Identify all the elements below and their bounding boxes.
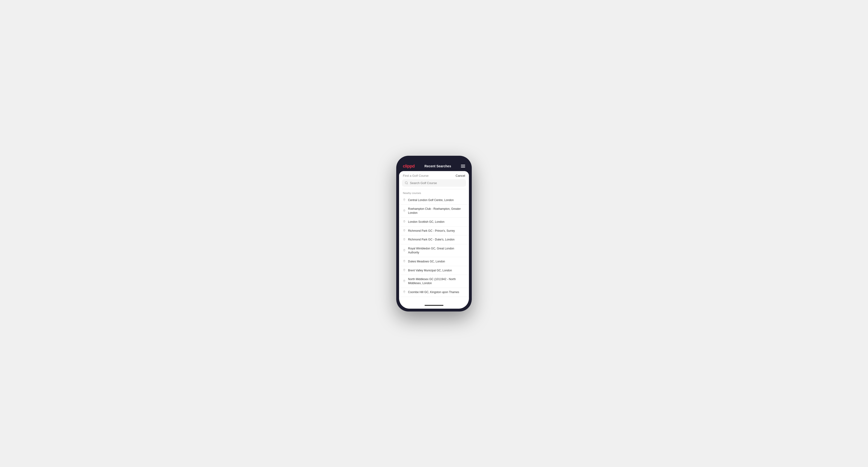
course-list-item[interactable]: Richmond Park GC - Duke's, London — [399, 235, 469, 244]
location-pin-icon — [403, 220, 406, 223]
svg-point-3 — [404, 210, 405, 211]
search-icon — [405, 181, 408, 185]
course-list-item[interactable]: Brent Valley Municipal GC, London — [399, 266, 469, 275]
course-list-item[interactable]: London Scottish GC, London — [399, 218, 469, 226]
find-label: Find a Golf Course — [403, 174, 429, 178]
location-pin-icon — [403, 209, 406, 213]
menu-icon[interactable] — [461, 165, 465, 167]
course-list-item[interactable]: Royal Wimbledon GC, Great London Authori… — [399, 244, 469, 257]
location-pin-icon — [403, 238, 406, 241]
app-header: clippd Recent Searches — [399, 162, 469, 171]
svg-line-1 — [407, 184, 408, 184]
course-name: Richmond Park GC - Duke's, London — [408, 238, 455, 242]
nearby-section-label: Nearby courses — [399, 189, 469, 196]
svg-point-5 — [404, 230, 405, 230]
course-list-item[interactable]: Dukes Meadows GC, London — [399, 257, 469, 266]
svg-point-8 — [404, 261, 405, 261]
svg-point-4 — [404, 221, 405, 222]
course-name: Roehampton Club - Roehampton, Greater Lo… — [408, 207, 465, 215]
svg-point-9 — [404, 270, 405, 270]
search-container — [399, 179, 469, 189]
location-pin-icon — [403, 280, 406, 283]
find-bar: Find a Golf Course Cancel — [399, 171, 469, 179]
main-content: Find a Golf Course Cancel Nearby courses — [399, 171, 469, 309]
svg-point-6 — [404, 239, 405, 240]
course-name: Central London Golf Centre, London — [408, 198, 454, 202]
location-pin-icon — [403, 229, 406, 232]
svg-point-2 — [404, 199, 405, 200]
app-logo: clippd — [403, 164, 415, 169]
location-pin-icon — [403, 269, 406, 272]
course-list-item[interactable]: Coombe Hill GC, Kingston upon Thames — [399, 288, 469, 297]
home-bar — [425, 305, 443, 306]
search-input[interactable] — [410, 181, 463, 185]
course-name: London Scottish GC, London — [408, 220, 444, 224]
course-name: Coombe Hill GC, Kingston upon Thames — [408, 290, 459, 294]
nearby-courses-section: Nearby courses Central London Golf Centr… — [399, 189, 469, 303]
courses-list: Central London Golf Centre, London Roeha… — [399, 196, 469, 297]
course-name: Dukes Meadows GC, London — [408, 259, 445, 263]
course-list-item[interactable]: Richmond Park GC - Prince's, Surrey — [399, 226, 469, 236]
phone-screen: clippd Recent Searches Find a Golf Cours… — [399, 159, 469, 309]
phone-frame: clippd Recent Searches Find a Golf Cours… — [396, 156, 472, 311]
status-bar — [399, 159, 469, 162]
svg-point-10 — [404, 281, 405, 281]
svg-point-11 — [404, 291, 405, 292]
course-list-item[interactable]: Central London Golf Centre, London — [399, 196, 469, 205]
header-title: Recent Searches — [425, 164, 451, 168]
location-pin-icon — [403, 249, 406, 252]
course-list-item[interactable]: North Middlesex GC (1011942 - North Midd… — [399, 275, 469, 288]
search-box — [402, 179, 466, 187]
svg-point-7 — [404, 250, 405, 250]
course-name: Royal Wimbledon GC, Great London Authori… — [408, 247, 465, 255]
location-pin-icon — [403, 198, 406, 202]
location-pin-icon — [403, 260, 406, 263]
home-indicator — [399, 303, 469, 309]
cancel-button[interactable]: Cancel — [456, 174, 465, 178]
course-name: North Middlesex GC (1011942 - North Midd… — [408, 277, 465, 285]
course-name: Richmond Park GC - Prince's, Surrey — [408, 229, 455, 233]
course-list-item[interactable]: Roehampton Club - Roehampton, Greater Lo… — [399, 205, 469, 218]
course-name: Brent Valley Municipal GC, London — [408, 269, 452, 273]
location-pin-icon — [403, 290, 406, 294]
